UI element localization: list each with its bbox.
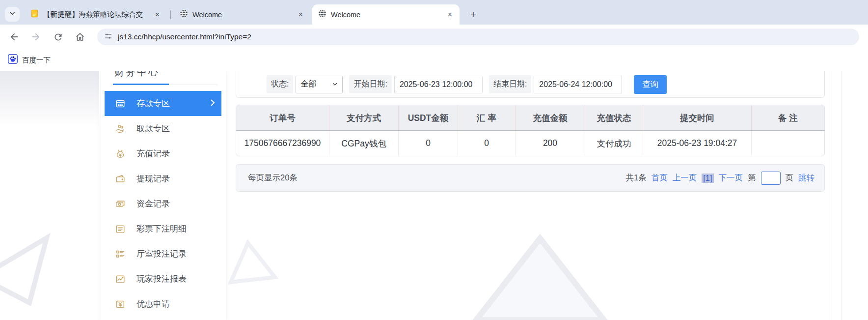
cell-recharge-status: 支付成功 (585, 131, 643, 156)
line-chart-icon (115, 274, 126, 285)
tab-forum[interactable]: 【新提醒】海燕策略论坛综合交 × (25, 4, 167, 25)
col-exchange-rate: 汇 率 (458, 105, 515, 130)
records-table: 订单号 支付方式 USDT金额 汇 率 充值金额 充值状态 提交时间 备 注 1… (236, 105, 825, 156)
close-icon[interactable]: × (445, 10, 455, 19)
yellow-doc-favicon (30, 9, 39, 20)
jump-link[interactable]: 跳转 (798, 173, 814, 183)
address-bar[interactable]: js13.cc/hhcp/usercenter.html?iniType=2 (97, 29, 859, 45)
end-date-label: 结束日期: (489, 75, 531, 93)
tab-title: Welcome (331, 11, 441, 19)
sidebar-item-player-bet-report[interactable]: 玩家投注报表 (101, 266, 226, 291)
reload-icon[interactable] (52, 30, 64, 43)
tab-welcome-2-active[interactable]: Welcome × (312, 4, 460, 25)
banknotes-icon (115, 199, 126, 209)
jump-prefix-label: 第 (748, 173, 756, 183)
jump-page-input[interactable] (761, 172, 781, 185)
sidebar-item-label: 厅室投注记录 (136, 248, 187, 260)
money-bag-icon (115, 148, 126, 159)
chevron-down-icon (9, 10, 16, 19)
forward-icon[interactable] (29, 30, 42, 43)
tab-title: 【新提醒】海燕策略论坛综合交 (43, 10, 148, 19)
tab-separator (170, 10, 171, 19)
first-page-link[interactable]: 首页 (651, 173, 668, 183)
prev-page-link[interactable]: 上一页 (673, 173, 697, 183)
sidebar-menu: 存款专区 取款专区 充值记录 (101, 91, 226, 317)
tab-strip: 【新提醒】海燕策略论坛综合交 × Welcome × Welcome × + (0, 0, 868, 25)
cell-recharge-amount: 200 (515, 131, 585, 156)
site-settings-icon[interactable] (104, 32, 112, 42)
cell-remark (752, 131, 824, 156)
cell-payment-method: CGPay钱包 (329, 131, 399, 156)
sidebar-item-promo-application[interactable]: 优惠申请 (101, 291, 226, 317)
deposit-machine-icon (115, 98, 126, 109)
globe-favicon (180, 9, 188, 20)
baidu-paw-icon (8, 54, 18, 66)
sidebar-item-label: 存款专区 (136, 98, 170, 109)
chevron-right-icon (208, 98, 217, 110)
url-text[interactable]: js13.cc/hhcp/usercenter.html?iniType=2 (118, 32, 251, 41)
total-count-text: 共1条 (625, 173, 646, 183)
sidebar-item-label: 提现记录 (136, 173, 170, 184)
bookmark-baidu[interactable]: 百度一下 (22, 56, 51, 65)
col-payment-method: 支付方式 (329, 105, 399, 130)
new-tab-button[interactable]: + (466, 7, 480, 21)
table-header-row: 订单号 支付方式 USDT金额 汇 率 充值金额 充值状态 提交时间 备 注 (236, 105, 824, 131)
status-select[interactable]: 全部 (296, 76, 343, 93)
col-order-number: 订单号 (236, 105, 329, 130)
status-label: 状态: (267, 75, 293, 93)
sidebar-item-withdrawal-records[interactable]: 提现记录 (101, 166, 226, 191)
finance-sidebar: 财务中心 存款专区 取款专区 (101, 71, 226, 320)
start-date-input[interactable] (394, 76, 483, 93)
filter-panel: 状态: 全部 开始日期: 结束日期: 查询 (236, 71, 825, 98)
pagination-bar: 每页显示20条 共1条 首页 上一页 [1] 下一页 第 页 跳转 (236, 164, 825, 192)
tab-search-button[interactable] (5, 7, 20, 22)
col-recharge-status: 充值状态 (585, 105, 643, 130)
col-recharge-amount: 充值金额 (515, 105, 585, 130)
start-date-label: 开始日期: (349, 75, 391, 93)
bookmarks-bar: 百度一下 (0, 49, 868, 71)
jump-suffix-label: 页 (786, 173, 794, 183)
status-select-value: 全部 (300, 79, 316, 89)
browser-toolbar: js13.cc/hhcp/usercenter.html?iniType=2 (0, 25, 868, 49)
next-page-link[interactable]: 下一页 (719, 173, 743, 183)
tab-title: Welcome (192, 11, 292, 19)
col-usdt-amount: USDT金额 (399, 105, 458, 130)
cell-order-number: 1750676667236990 (236, 131, 329, 156)
sidebar-item-label: 取款专区 (136, 123, 170, 134)
sidebar-item-recharge-records[interactable]: 充值记录 (101, 141, 226, 166)
sidebar-item-funds-records[interactable]: 资金记录 (101, 191, 226, 216)
close-icon[interactable]: × (296, 10, 305, 19)
col-remark: 备 注 (752, 105, 824, 130)
close-icon[interactable]: × (153, 10, 162, 19)
hand-coins-icon (115, 123, 126, 134)
sidebar-item-label: 优惠申请 (136, 298, 170, 310)
end-date-input[interactable] (534, 76, 622, 93)
cell-exchange-rate: 0 (458, 131, 515, 156)
left-gradient-decor (0, 71, 99, 127)
sidebar-item-deposit-zone[interactable]: 存款专区 (105, 91, 221, 116)
search-button[interactable]: 查询 (634, 75, 667, 94)
chevron-down-icon (332, 80, 338, 89)
sidebar-item-lottery-bet-details[interactable]: 彩票下注明细 (101, 216, 226, 241)
sidebar-item-room-bet-records[interactable]: 厅室投注记录 (101, 241, 226, 266)
coupon-yen-icon (115, 299, 126, 310)
home-icon[interactable] (74, 30, 86, 43)
sidebar-divider-accent (113, 84, 169, 85)
col-submit-time: 提交时间 (643, 105, 752, 130)
sidebar-section-title: 财务中心 (114, 71, 160, 79)
sidebar-item-withdraw-zone[interactable]: 取款专区 (101, 116, 226, 141)
current-page-indicator: [1] (702, 174, 713, 183)
globe-favicon (318, 9, 326, 20)
list-detail-icon (115, 224, 126, 234)
grid-list-icon (115, 249, 126, 260)
back-icon[interactable] (8, 30, 21, 43)
pagination-controls: 共1条 首页 上一页 [1] 下一页 第 页 跳转 (625, 172, 814, 185)
tab-welcome-1[interactable]: Welcome × (174, 4, 310, 25)
cell-usdt-amount: 0 (399, 131, 458, 156)
sidebar-item-label: 玩家投注报表 (136, 273, 187, 285)
cell-submit-time: 2025-06-23 19:04:27 (643, 131, 752, 156)
sidebar-item-label: 资金记录 (136, 198, 170, 209)
wallet-icon (115, 174, 126, 184)
page-size-text: 每页显示20条 (248, 173, 298, 183)
sidebar-item-label: 充值记录 (136, 148, 170, 159)
